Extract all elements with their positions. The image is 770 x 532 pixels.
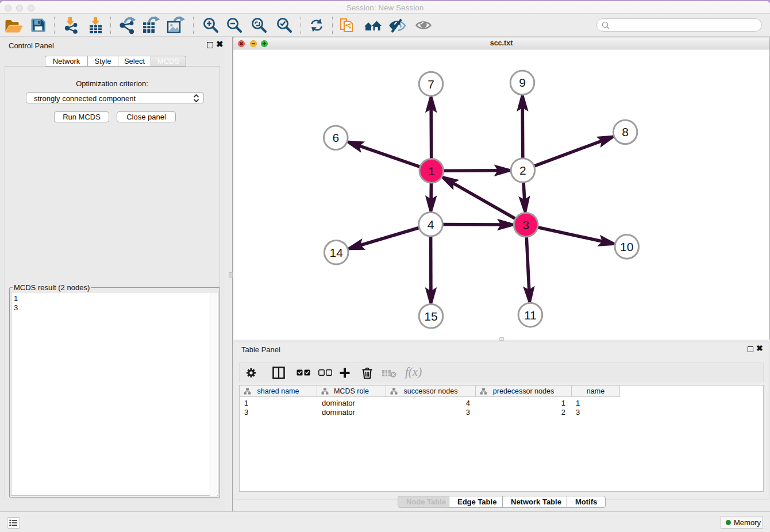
svg-text:8: 8 — [622, 125, 629, 138]
svg-text:7: 7 — [428, 78, 434, 91]
svg-text:4: 4 — [428, 218, 434, 231]
svg-text:1: 1 — [428, 164, 435, 178]
svg-text:2: 2 — [519, 164, 526, 177]
svg-text:15: 15 — [424, 310, 437, 323]
svg-text:6: 6 — [332, 131, 339, 144]
svg-text:9: 9 — [519, 76, 526, 89]
svg-text:14: 14 — [330, 246, 344, 259]
svg-text:10: 10 — [620, 240, 633, 253]
svg-text:11: 11 — [524, 309, 537, 322]
svg-text:3: 3 — [522, 218, 529, 232]
